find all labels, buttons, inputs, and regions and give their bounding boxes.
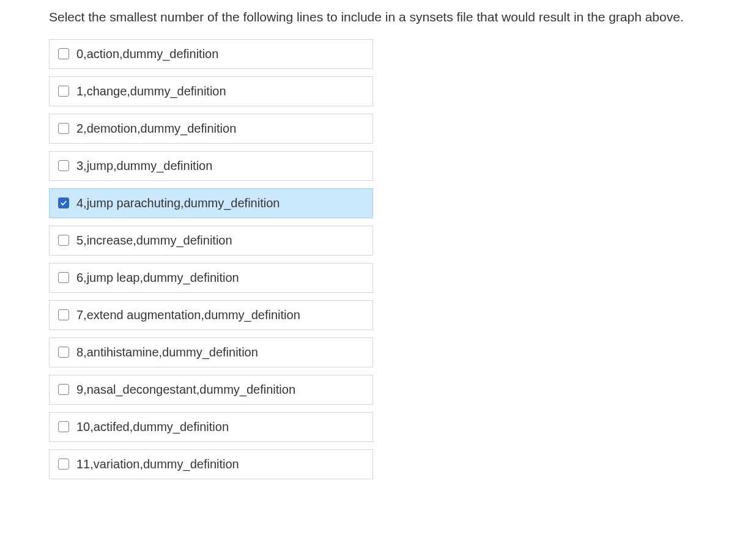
checkbox-10[interactable] xyxy=(58,421,69,432)
option-item-0[interactable]: 0,action,dummy_definition xyxy=(49,39,373,69)
option-item-3[interactable]: 3,jump,dummy_definition xyxy=(49,151,373,181)
option-item-10[interactable]: 10,actifed,dummy_definition xyxy=(49,412,373,442)
option-label-0: 0,action,dummy_definition xyxy=(76,47,218,61)
checkbox-9[interactable] xyxy=(58,384,69,395)
option-item-1[interactable]: 1,change,dummy_definition xyxy=(49,76,373,106)
option-item-2[interactable]: 2,demotion,dummy_definition xyxy=(49,114,373,144)
question-container: Select the smallest number of the follow… xyxy=(0,0,734,504)
checkbox-11[interactable] xyxy=(58,459,69,470)
option-item-9[interactable]: 9,nasal_decongestant,dummy_definition xyxy=(49,375,373,405)
check-icon xyxy=(60,199,67,207)
option-label-11: 11,variation,dummy_definition xyxy=(76,457,239,471)
checkbox-0[interactable] xyxy=(58,48,69,59)
option-item-5[interactable]: 5,increase,dummy_definition xyxy=(49,226,373,256)
checkbox-1[interactable] xyxy=(58,86,69,97)
option-label-4: 4,jump parachuting,dummy_definition xyxy=(76,196,280,210)
option-item-11[interactable]: 11,variation,dummy_definition xyxy=(49,449,373,479)
checkbox-2[interactable] xyxy=(58,123,69,134)
option-item-6[interactable]: 6,jump leap,dummy_definition xyxy=(49,263,373,293)
option-label-2: 2,demotion,dummy_definition xyxy=(76,122,236,136)
option-label-5: 5,increase,dummy_definition xyxy=(76,234,232,248)
option-label-10: 10,actifed,dummy_definition xyxy=(76,420,229,434)
checkbox-5[interactable] xyxy=(58,235,69,246)
option-label-7: 7,extend augmentation,dummy_definition xyxy=(76,308,300,322)
checkbox-4[interactable] xyxy=(58,197,69,208)
question-text: Select the smallest number of the follow… xyxy=(49,7,685,27)
checkbox-7[interactable] xyxy=(58,309,69,320)
option-label-8: 8,antihistamine,dummy_definition xyxy=(76,345,258,359)
option-item-7[interactable]: 7,extend augmentation,dummy_definition xyxy=(49,300,373,330)
option-list: 0,action,dummy_definition1,change,dummy_… xyxy=(49,39,373,479)
checkbox-8[interactable] xyxy=(58,347,69,358)
option-label-6: 6,jump leap,dummy_definition xyxy=(76,271,239,285)
checkbox-6[interactable] xyxy=(58,272,69,283)
checkbox-3[interactable] xyxy=(58,160,69,171)
option-item-4[interactable]: 4,jump parachuting,dummy_definition xyxy=(49,188,373,218)
option-item-8[interactable]: 8,antihistamine,dummy_definition xyxy=(49,337,373,367)
option-label-3: 3,jump,dummy_definition xyxy=(76,159,212,173)
option-label-1: 1,change,dummy_definition xyxy=(76,84,226,98)
option-label-9: 9,nasal_decongestant,dummy_definition xyxy=(76,383,295,397)
